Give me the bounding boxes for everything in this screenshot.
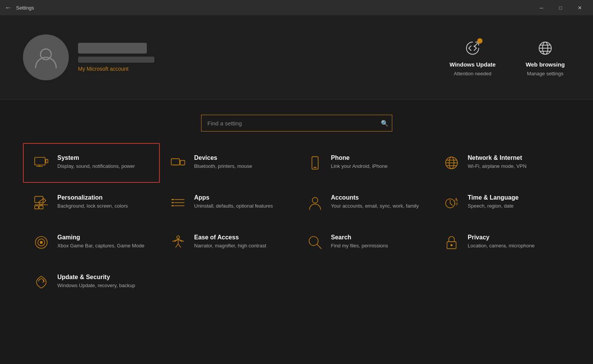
svg-text:字: 字 bbox=[455, 202, 458, 206]
settings-item-gaming[interactable]: GamingXbox Game Bar, captures, Game Mode bbox=[23, 223, 160, 262]
update-security-icon bbox=[33, 274, 50, 291]
title-bar: ← Settings ─ □ ✕ bbox=[0, 0, 593, 15]
svg-rect-6 bbox=[35, 157, 45, 165]
search-name: Search bbox=[331, 234, 388, 241]
search-icon bbox=[307, 234, 323, 251]
header: My Microsoft account Windows Update Atte… bbox=[0, 15, 593, 99]
svg-text:A: A bbox=[455, 197, 458, 202]
windows-update-shortcut[interactable]: Windows Update Attention needed bbox=[448, 38, 497, 76]
search-section: 🔍 bbox=[0, 99, 593, 143]
windows-update-icon bbox=[463, 38, 483, 58]
phone-text: PhoneLink your Android, iPhone bbox=[331, 154, 388, 170]
gaming-name: Gaming bbox=[57, 234, 145, 241]
window-controls: ─ □ ✕ bbox=[533, 2, 588, 14]
svg-point-31 bbox=[312, 197, 318, 203]
update-badge bbox=[477, 38, 483, 44]
system-desc: Display, sound, notifications, power bbox=[57, 163, 135, 170]
settings-item-personalization[interactable]: PersonalizationBackground, lock screen, … bbox=[23, 183, 160, 223]
close-button[interactable]: ✕ bbox=[571, 2, 588, 14]
ease-of-access-name: Ease of Access bbox=[194, 234, 266, 241]
svg-point-40 bbox=[177, 236, 179, 239]
devices-name: Devices bbox=[194, 154, 252, 161]
svg-rect-9 bbox=[46, 159, 48, 163]
privacy-desc: Location, camera, microphone bbox=[468, 242, 535, 249]
back-button[interactable]: ← bbox=[5, 4, 11, 12]
accounts-text: AccountsYour accounts, email, sync, work… bbox=[331, 194, 419, 210]
gaming-text: GamingXbox Game Bar, captures, Game Mode bbox=[57, 234, 145, 249]
time-language-text: Time & LanguageSpeech, region, date bbox=[468, 194, 518, 210]
windows-update-label: Windows Update bbox=[450, 61, 496, 68]
search-button[interactable]: 🔍 bbox=[381, 120, 388, 127]
settings-item-system[interactable]: SystemDisplay, sound, notifications, pow… bbox=[23, 143, 160, 183]
devices-text: DevicesBluetooth, printers, mouse bbox=[194, 154, 252, 170]
microsoft-account-link[interactable]: My Microsoft account bbox=[78, 66, 154, 72]
settings-item-ease-of-access[interactable]: Ease of AccessNarrator, magnifier, high … bbox=[160, 223, 297, 262]
accounts-name: Accounts bbox=[331, 194, 419, 201]
avatar bbox=[23, 34, 69, 80]
minimize-button[interactable]: ─ bbox=[533, 2, 550, 14]
apps-desc: Uninstall, defaults, optional features bbox=[194, 203, 273, 210]
personalization-desc: Background, lock screen, colors bbox=[57, 203, 128, 210]
time-language-name: Time & Language bbox=[468, 194, 518, 201]
update-security-text: Update & SecurityWindows Update, recover… bbox=[57, 274, 135, 289]
time-language-icon: A字 bbox=[443, 194, 460, 211]
search-input[interactable] bbox=[201, 115, 392, 132]
accounts-desc: Your accounts, email, sync, work, family bbox=[331, 203, 419, 210]
privacy-icon bbox=[443, 234, 460, 251]
settings-grid: SystemDisplay, sound, notifications, pow… bbox=[0, 143, 593, 302]
search-text: SearchFind my files, permissions bbox=[331, 234, 388, 249]
search-box: 🔍 bbox=[201, 115, 392, 132]
svg-line-34 bbox=[450, 203, 453, 205]
apps-name: Apps bbox=[194, 194, 273, 201]
privacy-text: PrivacyLocation, camera, microphone bbox=[468, 234, 535, 249]
ease-of-access-text: Ease of AccessNarrator, magnifier, high … bbox=[194, 234, 266, 249]
system-text: SystemDisplay, sound, notifications, pow… bbox=[57, 154, 135, 170]
settings-item-time-language[interactable]: A字Time & LanguageSpeech, region, date bbox=[433, 183, 570, 223]
personalization-name: Personalization bbox=[57, 194, 128, 201]
gaming-icon bbox=[33, 234, 50, 251]
settings-item-apps[interactable]: AppsUninstall, defaults, optional featur… bbox=[160, 183, 297, 223]
profile-name bbox=[78, 43, 147, 54]
system-icon bbox=[33, 154, 50, 171]
personalization-icon bbox=[33, 194, 50, 211]
settings-item-accounts[interactable]: AccountsYour accounts, email, sync, work… bbox=[297, 183, 434, 223]
devices-icon bbox=[170, 154, 187, 171]
settings-item-network[interactable]: Network & InternetWi-Fi, airplane mode, … bbox=[433, 143, 570, 183]
web-browsing-shortcut[interactable]: Web browsing Manage settings bbox=[520, 38, 570, 76]
web-browsing-sublabel: Manage settings bbox=[527, 71, 563, 76]
profile-email bbox=[78, 57, 154, 63]
svg-line-43 bbox=[317, 244, 321, 249]
apps-icon bbox=[170, 194, 187, 211]
system-name: System bbox=[57, 154, 135, 161]
time-language-desc: Speech, region, date bbox=[468, 203, 518, 210]
profile-section: My Microsoft account bbox=[23, 34, 448, 80]
web-browsing-icon bbox=[535, 38, 555, 58]
svg-rect-10 bbox=[171, 159, 180, 165]
settings-item-update-security[interactable]: Update & SecurityWindows Update, recover… bbox=[23, 262, 160, 302]
settings-item-search[interactable]: SearchFind my files, permissions bbox=[297, 223, 434, 262]
svg-rect-12 bbox=[180, 161, 185, 165]
settings-item-privacy[interactable]: PrivacyLocation, camera, microphone bbox=[433, 223, 570, 262]
devices-desc: Bluetooth, printers, mouse bbox=[194, 163, 252, 170]
settings-item-phone[interactable]: PhoneLink your Android, iPhone bbox=[297, 143, 434, 183]
ease-of-access-desc: Narrator, magnifier, high contrast bbox=[194, 242, 266, 249]
network-name: Network & Internet bbox=[468, 154, 526, 161]
personalization-text: PersonalizationBackground, lock screen, … bbox=[57, 194, 128, 210]
settings-item-devices[interactable]: DevicesBluetooth, printers, mouse bbox=[160, 143, 297, 183]
web-browsing-label: Web browsing bbox=[526, 61, 565, 68]
phone-name: Phone bbox=[331, 154, 388, 161]
network-icon bbox=[443, 154, 460, 171]
header-shortcuts: Windows Update Attention needed Web brow… bbox=[448, 38, 570, 76]
accounts-icon bbox=[307, 194, 323, 211]
svg-point-45 bbox=[451, 244, 453, 246]
network-desc: Wi-Fi, airplane mode, VPN bbox=[468, 163, 526, 170]
svg-rect-24 bbox=[39, 206, 43, 209]
privacy-name: Privacy bbox=[468, 234, 535, 241]
update-security-name: Update & Security bbox=[57, 274, 135, 281]
window-title: Settings bbox=[16, 5, 533, 11]
svg-point-39 bbox=[40, 241, 42, 244]
phone-icon bbox=[307, 154, 323, 171]
windows-update-sublabel: Attention needed bbox=[454, 71, 491, 76]
maximize-button[interactable]: □ bbox=[552, 2, 569, 14]
svg-rect-23 bbox=[35, 206, 39, 209]
